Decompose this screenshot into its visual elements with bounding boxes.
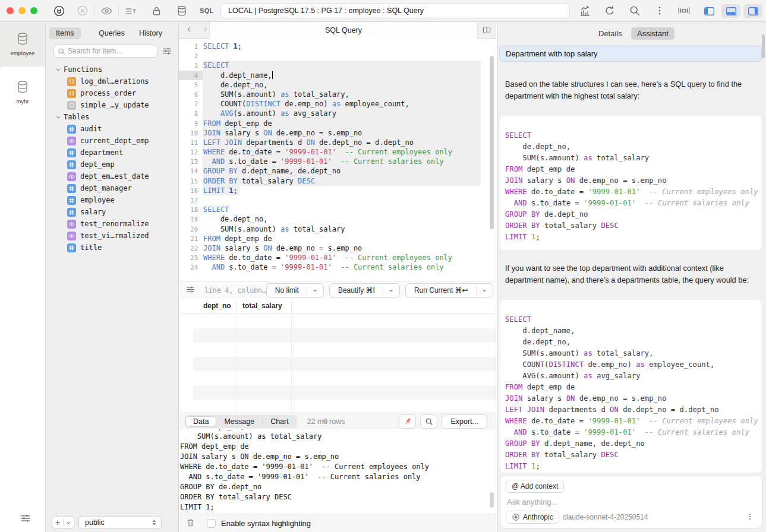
pin-button[interactable] [399, 414, 416, 429]
connection-myhr[interactable]: myhr [0, 80, 45, 104]
add-context-button[interactable]: @ Add context [506, 480, 564, 493]
connection-icon[interactable] [52, 4, 65, 17]
schema-select[interactable]: public [78, 516, 162, 529]
tree-item[interactable]: test_renormalize [46, 218, 178, 230]
tree-item[interactable]: dept_manager [46, 182, 178, 194]
lock-icon[interactable] [150, 4, 163, 17]
anthropic-icon [512, 513, 520, 521]
conversation-title[interactable]: Department with top salary [499, 46, 762, 62]
tree-item[interactable]: test_vi…rmalized [46, 230, 178, 242]
editor-settings-icon[interactable] [185, 284, 196, 296]
results-header: dept_no total_salary [179, 299, 496, 314]
limit-dropdown[interactable]: No limit [266, 283, 324, 297]
tree-section-tables[interactable]: Tables [46, 111, 178, 123]
tab-message[interactable]: Message [216, 416, 262, 427]
split-view-icon[interactable] [481, 25, 492, 37]
card-menu-icon[interactable] [746, 512, 754, 522]
table-icon [67, 148, 76, 157]
export-button[interactable]: Export... [442, 414, 487, 429]
database-icon[interactable] [175, 4, 188, 17]
toolbar: SQL LOCAL | PostgreSQL 17.5 : PG 17 : em… [0, 0, 766, 22]
tree-section-functions[interactable]: Functions [46, 64, 178, 75]
tab-sql-query[interactable]: SQL Query [209, 22, 478, 39]
syntax-highlight-checkbox[interactable] [207, 519, 216, 528]
add-item-button[interactable]: + [52, 516, 74, 529]
tree-item[interactable]: employee [46, 194, 178, 206]
tree-item[interactable]: audit [46, 123, 178, 135]
toggle-bottom-panel-button[interactable] [721, 4, 740, 18]
minimize-window-button[interactable] [18, 7, 26, 14]
ask-input[interactable]: Ask anything... [507, 498, 557, 506]
search-input[interactable]: Search for item... [53, 45, 157, 58]
editor-scrollbar[interactable] [490, 56, 494, 229]
assistant-code-block-1: SELECT de.dept_no, SUM(s.amount) as tota… [500, 116, 762, 250]
tab-queries[interactable]: Queries [92, 27, 131, 39]
tab-assistant[interactable]: Assistant [631, 27, 674, 40]
column-header-dept-no[interactable]: dept_no [203, 302, 231, 310]
nav-back-icon[interactable] [185, 26, 193, 35]
toggle-left-panel-button[interactable] [699, 4, 718, 18]
tree-item[interactable]: simple_…y_update [46, 99, 178, 111]
results-rows [193, 314, 496, 413]
cursor-position: line 4, column… [204, 286, 266, 294]
toggle-right-panel-button[interactable] [743, 4, 762, 18]
sql-editor[interactable]: 123456789101112131415161718192021222324 … [179, 39, 496, 281]
tree-item[interactable]: title [46, 242, 178, 254]
tab-history[interactable]: History [133, 27, 169, 39]
tree-item[interactable]: salary [46, 206, 178, 218]
tab-items[interactable]: Items [49, 27, 81, 39]
assistant-code-block-2: SELECT d.dept_name, de.dept_no, SUM(s.am… [500, 300, 762, 473]
editor-statusbar: line 4, column… No limit Beautify ⌘I Run… [179, 281, 496, 299]
query-log-icon[interactable] [124, 4, 137, 17]
refresh-icon[interactable] [603, 4, 616, 17]
tree-item[interactable]: dept_emp [46, 159, 178, 170]
more-options-icon[interactable] [653, 4, 666, 17]
query-stats: 22 ms0 rows [307, 417, 345, 426]
assistant-input-card[interactable]: @ Add context Ask anything... Anthropic … [500, 475, 762, 528]
chart-icon[interactable] [578, 4, 591, 17]
tree-item[interactable]: current_dept_emp [46, 135, 178, 147]
chevron-down-icon [481, 287, 488, 294]
text-cursor [272, 71, 273, 79]
connection-employee[interactable]: employee [0, 31, 45, 56]
beautify-button[interactable]: Beautify ⌘I [329, 283, 400, 297]
connections-rail: employee myhr [0, 22, 46, 532]
chevron-down-icon [56, 114, 60, 118]
assistant-panel: Details Assistant Department with top sa… [497, 22, 766, 532]
results-grid[interactable]: dept_no total_salary [179, 299, 496, 413]
rail-filter-icon[interactable] [19, 512, 32, 526]
panel-scrollbar[interactable] [762, 34, 765, 58]
table-icon [67, 160, 76, 169]
connection-title[interactable]: LOCAL | PostgreSQL 17.5 : PG 17 : employ… [220, 3, 570, 18]
disconnect-icon[interactable] [76, 4, 89, 17]
tree-item[interactable]: department [46, 147, 178, 159]
select-stepper-icon [151, 518, 157, 527]
search-icon[interactable] [628, 4, 641, 17]
message-scrollbar[interactable] [490, 492, 494, 508]
tree-item[interactable]: dept_em…est_date [46, 170, 178, 182]
assistant-paragraph-2: If you want to see the top department wi… [505, 262, 749, 286]
run-current-button[interactable]: Run Current ⌘↩ [405, 283, 493, 297]
preview-icon[interactable] [100, 4, 113, 17]
magnifier-icon [58, 48, 65, 55]
trash-icon[interactable] [185, 517, 196, 530]
sidebar-filter-icon[interactable] [161, 46, 173, 58]
zoom-window-button[interactable] [30, 7, 37, 14]
table-icon [67, 208, 76, 217]
tab-chart[interactable]: Chart [263, 416, 297, 427]
tree-item[interactable]: ()process_order [46, 87, 178, 99]
search-results-button[interactable] [420, 414, 437, 429]
message-panel[interactable]: de.dept_no, SUM(s.amount) as total_salar… [179, 429, 496, 514]
close-window-button[interactable] [7, 7, 14, 14]
column-header-total-salary[interactable]: total_salary [242, 302, 282, 310]
view-icon [67, 172, 76, 181]
provider-select[interactable]: Anthropic [506, 511, 559, 524]
nav-forward-icon[interactable] [201, 26, 209, 35]
tab-details[interactable]: Details [592, 27, 628, 40]
sql-badge: SQL [200, 7, 214, 14]
center-layout-icon[interactable] [677, 4, 691, 17]
table-icon [67, 125, 76, 134]
tab-data[interactable]: Data [185, 416, 216, 427]
chevron-down-icon [387, 287, 395, 294]
tree-item[interactable]: ()log_dml…erations [46, 75, 178, 87]
